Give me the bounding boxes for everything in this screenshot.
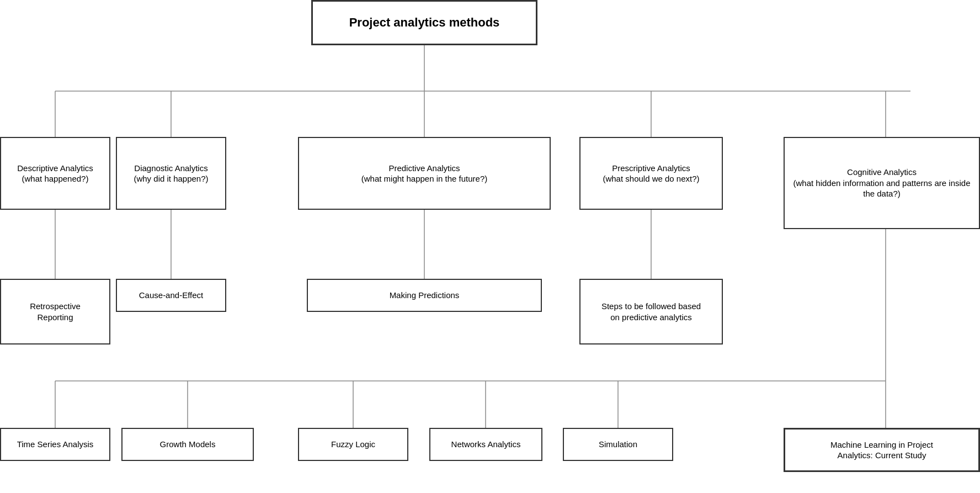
descriptive-node: Descriptive Analytics (what happened?) [0,137,110,210]
cognitive-node: Cognitive Analytics (what hidden informa… [784,137,980,229]
connector-lines [0,0,980,493]
making-predictions-node: Making Predictions [307,279,542,312]
diagnostic-label: Diagnostic Analytics (why did it happen?… [134,163,208,184]
fuzzy-logic-label: Fuzzy Logic [331,439,375,450]
root-node: Project analytics methods [311,0,537,45]
making-predictions-label: Making Predictions [390,290,460,301]
machine-learning-node: Machine Learning in Project Analytics: C… [784,428,980,472]
cognitive-label: Cognitive Analytics (what hidden informa… [790,167,973,199]
networks-analytics-node: Networks Analytics [429,428,542,461]
time-series-label: Time Series Analysis [17,439,94,450]
simulation-node: Simulation [563,428,673,461]
growth-models-label: Growth Models [160,439,216,450]
descriptive-label: Descriptive Analytics (what happened?) [17,163,93,184]
machine-learning-label: Machine Learning in Project Analytics: C… [830,439,933,461]
fuzzy-logic-node: Fuzzy Logic [298,428,408,461]
steps-followed-node: Steps to be followed based on predictive… [579,279,723,344]
diagram: Project analytics methods Descriptive An… [0,0,980,493]
prescriptive-node: Prescriptive Analytics (what should we d… [579,137,723,210]
networks-analytics-label: Networks Analytics [451,439,521,450]
simulation-label: Simulation [599,439,637,450]
growth-models-node: Growth Models [121,428,254,461]
predictive-node: Predictive Analytics (what might happen … [298,137,551,210]
steps-followed-label: Steps to be followed based on predictive… [601,301,701,322]
prescriptive-label: Prescriptive Analytics (what should we d… [603,163,699,184]
retrospective-node: Retrospective Reporting [0,279,110,344]
cause-effect-node: Cause-and-Effect [116,279,226,312]
diagnostic-node: Diagnostic Analytics (why did it happen?… [116,137,226,210]
cause-effect-label: Cause-and-Effect [139,290,203,301]
predictive-label: Predictive Analytics (what might happen … [361,163,487,184]
root-label: Project analytics methods [349,15,500,31]
retrospective-label: Retrospective Reporting [30,301,81,322]
time-series-node: Time Series Analysis [0,428,110,461]
